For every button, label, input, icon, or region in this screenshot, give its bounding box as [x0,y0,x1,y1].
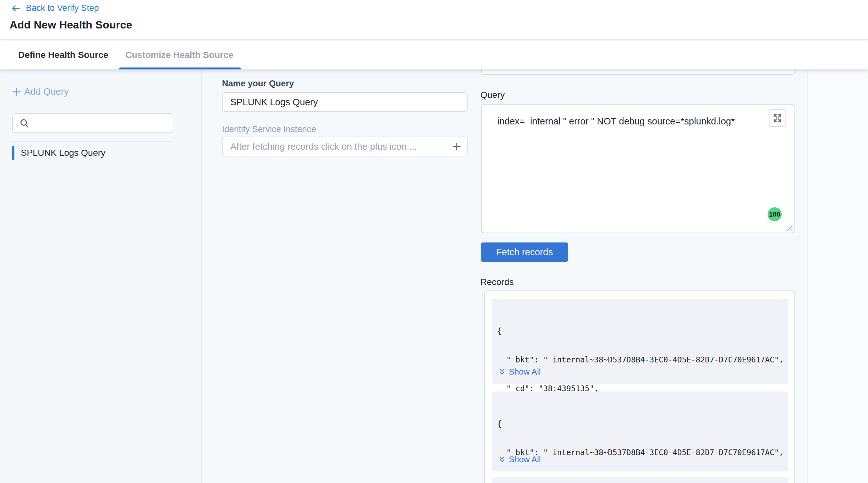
query-list-item-splunk-logs[interactable]: SPLUNK Logs Query [12,146,105,160]
record-card-partial [492,477,788,483]
records-label: Records [480,277,514,287]
plus-icon [452,141,462,152]
back-link-label: Back to Verify Step [26,3,99,13]
query-sidebar: Add Query SPLUNK Logs Query [0,69,202,483]
search-icon [19,118,29,128]
show-all-label: Show All [509,367,541,377]
query-text: index=_internal " error " NOT debug sour… [497,116,735,127]
double-chevron-down-icon [498,368,506,376]
service-instance-field [222,137,468,156]
double-chevron-down-icon [498,456,506,463]
page-header: Back to Verify Step Add New Health Sourc… [0,0,868,40]
query-name-input[interactable] [222,92,468,112]
show-all-link[interactable]: Show All [498,367,541,377]
active-tab-indicator [119,67,241,69]
tab-define-health-source[interactable]: Define Health Source [18,41,108,69]
fetch-records-button[interactable]: Fetch records [481,242,568,262]
content-area: Add Query SPLUNK Logs Query Name your Qu… [0,69,868,483]
query-item-label: SPLUNK Logs Query [21,148,105,158]
arrow-left-icon [11,3,21,13]
record-line: { [497,419,783,429]
name-query-label: Name your Query [222,79,294,89]
record-count-badge: 100 [768,207,782,221]
plus-icon [11,87,22,97]
record-json: { "_bkt": "_internal~38~D537D8B4-3EC0-4D… [497,400,783,483]
record-card: { "_bkt": "_internal~38~D537D8B4-3EC0-4D… [492,299,788,384]
query-search-box [12,113,173,133]
sidebar-divider [12,141,173,141]
add-query-label: Add Query [24,86,69,97]
right-margin [808,69,868,483]
tab-bar: Define Health Source Customize Health So… [0,41,868,69]
identify-service-instance-label: Identify Service Instance [222,124,316,134]
resize-grip-icon[interactable] [786,224,793,231]
show-all-label: Show All [509,455,541,464]
tab-customize-health-source[interactable]: Customize Health Source [125,41,234,69]
expand-query-button[interactable] [769,109,786,127]
page-title: Add New Health Source [9,19,132,31]
add-service-instance-button[interactable] [450,141,463,152]
back-link[interactable]: Back to Verify Step [11,3,99,13]
records-panel: { "_bkt": "_internal~38~D537D8B4-3EC0-4D… [484,291,795,483]
add-health-source-page: Back to Verify Step Add New Health Sourc… [0,0,868,483]
record-line: "_bkt": "_internal~38~D537D8B4-3EC0-4D5E… [497,355,783,365]
query-label: Query [480,90,505,100]
query-editor[interactable]: index=_internal " error " NOT debug sour… [481,104,795,233]
selected-item-bar [12,146,14,160]
add-query-button[interactable]: Add Query [11,86,69,97]
record-card: { "_bkt": "_internal~38~D537D8B4-3EC0-4D… [492,392,788,472]
record-line: { [497,326,783,336]
show-all-link[interactable]: Show All [498,455,541,464]
service-instance-input[interactable] [222,137,468,156]
query-search-input[interactable] [29,114,173,132]
maximize-icon [773,114,782,122]
